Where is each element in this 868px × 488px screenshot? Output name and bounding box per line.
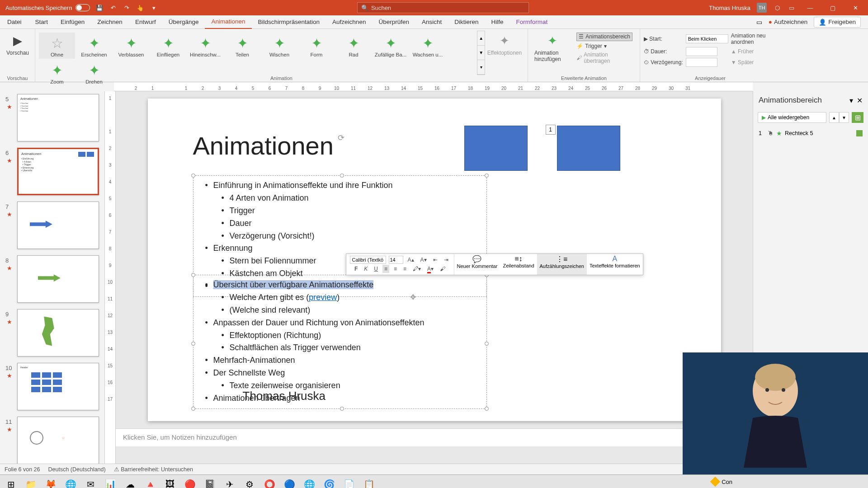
bullet-text[interactable]: Mehrfach-Animationen (203, 354, 477, 367)
bullet-text[interactable]: (Welche sind relevant) (203, 304, 477, 317)
anim-drehen[interactable]: ✦Drehen (76, 60, 112, 86)
decrease-indent-icon[interactable]: ⇤ (431, 256, 439, 264)
app-icon[interactable]: 🔺 (141, 476, 159, 488)
app-icon[interactable]: ☁ (121, 476, 139, 488)
bullet-text[interactable]: Effektoptionen (Richtung) (203, 329, 477, 342)
gallery-scroll[interactable]: ▲▼▾ (477, 31, 485, 75)
preview-button[interactable]: ▶ Vorschau (4, 31, 32, 58)
slide-thumbnails[interactable]: 5★Animationen• Text line• Text line• Tex… (0, 91, 105, 464)
thumbnail-11[interactable]: 11★♡ (5, 417, 99, 464)
tab-aufzeichnen[interactable]: Aufzeichnen (326, 15, 372, 29)
more-icon[interactable]: ▾ (150, 4, 158, 12)
edge-icon[interactable]: 🌀 (320, 476, 338, 488)
align-left-button[interactable]: ≡ (382, 265, 389, 273)
animation-entry[interactable]: 1 🖱 ★ Rechteck 5 (758, 128, 863, 138)
anim-form[interactable]: ✦Form (298, 33, 335, 59)
bullet-text[interactable]: Dauer (203, 217, 477, 230)
anim-erscheinen[interactable]: ✦Erscheinen (76, 33, 112, 59)
onenote-icon[interactable]: 📓 (201, 476, 219, 488)
format-painter-icon[interactable]: 🖌 (438, 265, 447, 273)
bullet-text[interactable]: Welche Arten gibt es (preview) (203, 291, 477, 304)
close-button[interactable]: ✕ (847, 0, 863, 15)
font-color-button[interactable]: A▾ (425, 265, 435, 273)
text-effects-button[interactable]: ATexteffekte formatieren (587, 254, 643, 275)
highlight-button[interactable]: 🖍▾ (411, 265, 423, 273)
tab-bildschirmpräsentation[interactable]: Bildschirmpräsentation (252, 15, 326, 29)
app-icon[interactable]: ⚙ (241, 476, 259, 488)
bullet-text[interactable]: Verzögerung (Vorsicht!) (203, 230, 477, 243)
user-avatar[interactable]: TH (757, 3, 767, 13)
slide-title[interactable]: Animationen (193, 131, 334, 160)
timeline-toggle[interactable]: ⊞ (852, 112, 863, 123)
tab-einfügen[interactable]: Einfügen (54, 15, 91, 29)
delay-input[interactable] (686, 58, 717, 67)
decrease-font-icon[interactable]: A▾ (419, 256, 429, 264)
tab-zeichnen[interactable]: Zeichnen (91, 15, 129, 29)
duration-input[interactable] (686, 47, 717, 56)
play-all-button[interactable]: ▶Alle wiedergeben (758, 112, 826, 123)
bullet-text[interactable]: Schaltflächen als Trigger verwenden (203, 342, 477, 354)
ribbon-mode-icon[interactable]: ▭ (788, 4, 796, 12)
anim-wachsen u...[interactable]: ✦Wachsen u... (410, 33, 446, 59)
thumbnail-6[interactable]: 6★Animationen• Einführung • 4 Arten • Tr… (5, 148, 99, 195)
coming-soon-icon[interactable]: ⬡ (773, 4, 781, 12)
new-comment-button[interactable]: 💬Neuer Kommentar (454, 254, 500, 275)
bullet-text[interactable]: Einführung in Animationseffekte und ihre… (203, 179, 477, 192)
collapse-ribbon-icon[interactable]: ▭ (756, 19, 762, 26)
outlook-icon[interactable]: ✉ (81, 476, 99, 488)
app-icon[interactable]: 🔴 (181, 476, 199, 488)
app-icon[interactable]: 📋 (360, 476, 378, 488)
bullet-text[interactable]: 4 Arten von Animation (203, 192, 477, 205)
app-icon[interactable]: 🖼 (161, 476, 179, 488)
share-button[interactable]: 👤Freigeben (814, 17, 861, 28)
language-status[interactable]: Deutsch (Deutschland) (48, 466, 106, 473)
move-up-button[interactable]: ▲ (829, 112, 839, 123)
app-icon[interactable]: 📄 (340, 476, 358, 488)
italic-button[interactable]: K (362, 265, 369, 273)
close-pane-icon[interactable]: ✕ (857, 96, 863, 105)
anim-none[interactable]: ☆Ohne (39, 33, 75, 59)
trigger-button[interactable]: ⚡Trigger▾ (576, 43, 632, 50)
toggle-icon[interactable] (75, 4, 90, 11)
thumbnail-7[interactable]: 7★ (5, 202, 99, 249)
app-icon[interactable]: 🔵 (280, 476, 298, 488)
move-down-button[interactable]: ▼ (839, 112, 849, 123)
telegram-icon[interactable]: ✈ (221, 476, 239, 488)
start-button[interactable]: ⊞ (2, 476, 20, 488)
anim-zufällige ba...[interactable]: ✦Zufällige Ba... (373, 33, 409, 59)
undo-icon[interactable]: ↶ (109, 4, 117, 12)
slide-footer[interactable]: Thomas Hruska (243, 389, 326, 403)
thumbnail-5[interactable]: 5★Animationen• Text line• Text line• Tex… (5, 94, 99, 141)
bullets-button[interactable]: ⋮≡Aufzählungszeichen (537, 254, 587, 275)
collapse-pane-icon[interactable]: ▾ (849, 96, 853, 105)
effect-options-button[interactable]: ✦ Effektoptionen (485, 31, 524, 75)
tab-übergänge[interactable]: Übergänge (162, 15, 205, 29)
anim-einfliegen[interactable]: ✦Einfliegen (150, 33, 186, 59)
animation-tag[interactable]: 1 (546, 125, 556, 135)
maximize-button[interactable]: ▢ (825, 0, 841, 15)
tab-animationen[interactable]: Animationen (205, 15, 251, 29)
powerpoint-icon[interactable]: 📊 (101, 476, 119, 488)
search-input[interactable] (371, 5, 525, 11)
text-box-2[interactable]: Übersicht über verfügbare Animationseffe… (193, 275, 487, 409)
mini-font-select[interactable]: Calibri (Textkö (350, 256, 386, 264)
anim-zoom[interactable]: ✦Zoom (39, 60, 75, 86)
animation-painter-button[interactable]: 🖌Animation übertragen (576, 51, 632, 64)
shape-rectangle-1[interactable] (464, 126, 528, 171)
tab-start[interactable]: Start (29, 15, 55, 29)
bold-button[interactable]: F (353, 265, 359, 273)
record-button[interactable]: ●Aufzeichnen (769, 19, 807, 25)
notes-field[interactable]: Klicken Sie, um Notizen hinzuzufügen (116, 428, 753, 446)
start-select[interactable] (686, 34, 728, 43)
anim-hineinschw...[interactable]: ✦Hineinschw... (187, 33, 223, 59)
tab-diktieren[interactable]: Diktieren (448, 15, 485, 29)
thumbnail-8[interactable]: 8★ (5, 255, 99, 303)
tab-entwurf[interactable]: Entwurf (129, 15, 162, 29)
tab-file[interactable]: Datei (0, 15, 29, 29)
add-animation-button[interactable]: ✦ Animation hinzufügen (532, 31, 573, 64)
app-icon[interactable]: 🌐 (300, 476, 318, 488)
bullet-text[interactable]: Übersicht über verfügbare Animationseffe… (203, 279, 477, 291)
tab-ansicht[interactable]: Ansicht (415, 15, 448, 29)
explorer-icon[interactable]: 📁 (22, 476, 40, 488)
align-center-button[interactable]: ≡ (392, 265, 399, 273)
